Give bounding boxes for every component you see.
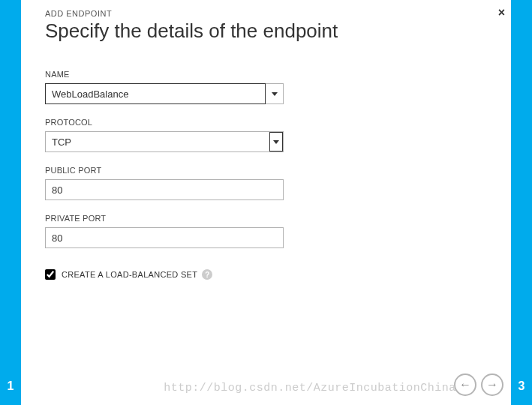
back-button[interactable]: ← (454, 374, 476, 396)
name-label: NAME (45, 70, 487, 79)
page-title: Specify the details of the endpoint (45, 20, 487, 43)
name-input[interactable] (45, 83, 266, 104)
private-port-label: PRIVATE PORT (45, 214, 487, 223)
wizard-step-left: 1 (0, 380, 21, 393)
help-icon[interactable]: ? (202, 269, 212, 280)
close-icon[interactable]: × (498, 6, 505, 20)
chevron-down-icon (272, 92, 278, 96)
next-button[interactable]: → (481, 374, 503, 396)
wizard-right-rail: 3 (511, 0, 532, 405)
private-port-input[interactable] (45, 227, 284, 248)
public-port-input[interactable] (45, 179, 284, 200)
wizard-main-panel: × ADD ENDPOINT Specify the details of th… (21, 0, 511, 405)
protocol-label: PROTOCOL (45, 118, 487, 127)
wizard-step-right: 3 (511, 380, 532, 393)
watermark-text: http://blog.csdn.net/AzureIncubationChin… (164, 382, 456, 394)
name-field-row (45, 83, 487, 104)
protocol-select[interactable]: TCP (45, 131, 284, 152)
breadcrumb: ADD ENDPOINT (45, 9, 487, 18)
protocol-field-row: TCP (45, 131, 284, 152)
wizard-nav: ← → (454, 374, 503, 396)
arrow-right-icon: → (486, 379, 498, 391)
load-balanced-checkbox[interactable] (45, 269, 56, 280)
wizard-left-rail: 1 (0, 0, 21, 405)
name-dropdown-button[interactable] (266, 83, 284, 104)
load-balanced-row: CREATE A LOAD-BALANCED SET ? (45, 269, 487, 280)
load-balanced-label: CREATE A LOAD-BALANCED SET (62, 270, 197, 279)
arrow-left-icon: ← (459, 379, 471, 391)
public-port-label: PUBLIC PORT (45, 166, 487, 175)
